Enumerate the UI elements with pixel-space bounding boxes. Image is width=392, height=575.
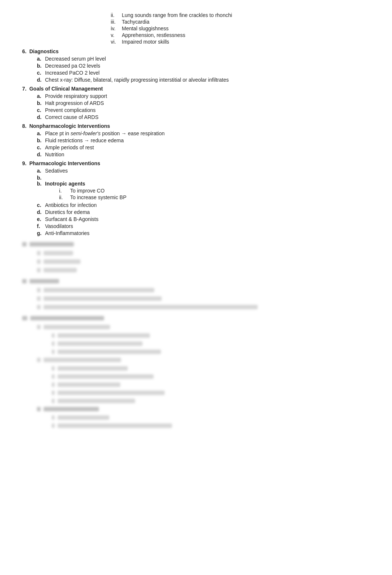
inotropic-sublist: To improve CO To increase systemic BP [37, 188, 370, 201]
list-item: Decreased pa O2 levels [37, 63, 370, 69]
section-9-header: 9. Pharmacologic Interventions [22, 160, 370, 166]
list-item: Diuretics for edema [37, 209, 370, 215]
list-item-text: Nutrition [45, 152, 64, 157]
list-item: Decreased serum pH level [37, 56, 370, 62]
section-9: 9. Pharmacologic Interventions Sedatives… [22, 160, 370, 236]
list-item-text: Fluid restrictions → reduce edema [45, 137, 124, 143]
list-item: To increase systemic BP [59, 194, 370, 200]
list-item-text: Mental sluggishness [122, 25, 169, 31]
list-item-text: Diuretics for edema [45, 209, 90, 215]
list-item-text: To increase systemic BP [70, 194, 127, 200]
list-item-text: Decreased pa O2 levels [45, 63, 100, 69]
section-7: 7. Goals of Clinical Management Provide … [22, 86, 370, 120]
section-8: 8. Nonpharmacologic Interventions Place … [22, 123, 370, 157]
list-item: Halt progression of ARDS [37, 100, 370, 106]
list-item-text: Ample periods of rest [45, 144, 94, 150]
list-item: Provide respiratory support [37, 93, 370, 99]
section-7-header: 7. Goals of Clinical Management [22, 86, 370, 92]
section-7-list: Provide respiratory support Halt progres… [22, 93, 370, 120]
list-item: Apprehension, restlessness [111, 32, 370, 38]
section-6: 6. Diagnostics Decreased serum pH level … [22, 48, 370, 83]
list-item: Lung sounds range from fine crackles to … [111, 12, 370, 18]
list-item-text: Decreased serum pH level [45, 56, 106, 62]
list-item: Sedatives [37, 168, 370, 174]
list-item-text: Lung sounds range from fine crackles to … [122, 12, 232, 18]
list-item: Chest x-ray: Diffuse, bilateral, rapidly… [37, 77, 370, 83]
list-item: Place pt in semi-fowler's position → eas… [37, 130, 370, 136]
italic-text: semi-fowler's [71, 130, 100, 136]
list-item: To improve CO [59, 188, 370, 194]
list-item: Surfacant & B-Agonists [37, 216, 370, 222]
list-item-text: Chest x-ray: Diffuse, bilateral, rapidly… [45, 77, 229, 83]
list-item-text: Surfacant & B-Agonists [45, 216, 99, 222]
list-item-text: To improve CO [70, 188, 104, 194]
blurred-section-12 [22, 316, 370, 430]
list-item-text: Apprehension, restlessness [122, 32, 185, 38]
list-item: Mental sluggishness [111, 25, 370, 31]
list-item-text: Antibiotics for infection [45, 202, 97, 208]
section-6-header: 6. Diagnostics [22, 48, 370, 54]
list-item: Impaired motor skills [111, 39, 370, 45]
list-item-text: Sedatives [45, 168, 68, 174]
list-item-inotropic: b. Inotropic agents To improve CO To inc… [37, 175, 370, 201]
list-item-text: Tachycardia [122, 19, 149, 25]
blurred-section-11 [22, 279, 370, 312]
list-item: Vasodilators [37, 223, 370, 229]
list-item: Nutrition [37, 152, 370, 157]
list-item-text: Halt progression of ARDS [45, 100, 104, 106]
list-item: Fluid restrictions → reduce edema [37, 137, 370, 143]
list-item: Ample periods of rest [37, 144, 370, 150]
list-item-text: Anti-Inflammatories [45, 230, 90, 236]
list-item-text: Increased PaCO 2 level [45, 70, 100, 76]
list-item-text: Correct cause of ARDS [45, 114, 99, 120]
section-9-list: Sedatives b. Inotropic agents To improve… [22, 168, 370, 236]
list-item: Tachycardia [111, 19, 370, 25]
list-item-text: Impaired motor skills [122, 39, 169, 45]
list-item: Prevent complications [37, 107, 370, 113]
list-item-text: Place pt in semi-fowler's position → eas… [45, 130, 165, 136]
roman-top-list: Lung sounds range from fine crackles to … [22, 12, 370, 45]
section-8-header: 8. Nonpharmacologic Interventions [22, 123, 370, 129]
section-6-list: Decreased serum pH level Decreased pa O2… [22, 56, 370, 83]
blurred-section-10 [22, 242, 370, 275]
list-item: Anti-Inflammatories [37, 230, 370, 236]
list-item-text: Vasodilators [45, 223, 73, 229]
list-item: Correct cause of ARDS [37, 114, 370, 120]
list-item-antibiotics: Antibiotics for infection [37, 202, 370, 208]
list-item: Increased PaCO 2 level [37, 70, 370, 76]
section-8-list: Place pt in semi-fowler's position → eas… [22, 130, 370, 157]
list-item-text: Provide respiratory support [45, 93, 107, 99]
list-item-text: Prevent complications [45, 107, 96, 113]
inotropic-label: Inotropic agents [45, 181, 85, 187]
